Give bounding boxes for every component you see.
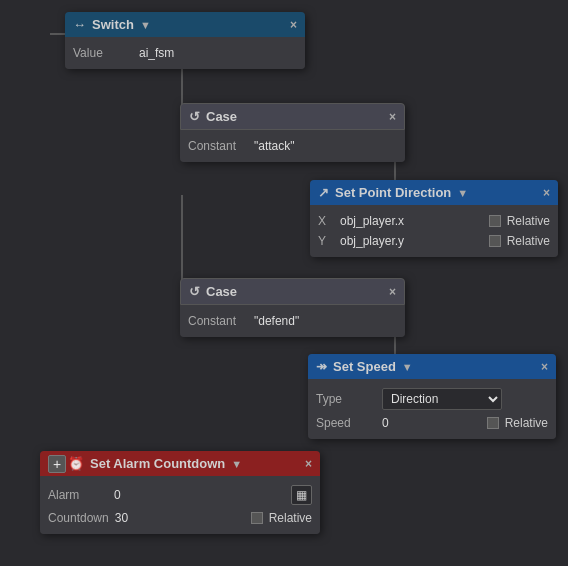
case2-icon: ↺ (189, 284, 200, 299)
ss-header[interactable]: ↠ Set Speed ▼ × (308, 354, 556, 379)
spd-x-value: obj_player.x (340, 214, 483, 228)
alarm-body: Alarm 0 ▦ Countdown 30 Relative (40, 476, 320, 534)
switch-value: ai_fsm (139, 46, 174, 60)
case1-icon: ↺ (189, 109, 200, 124)
ss-type-select[interactable]: Direction (382, 388, 502, 410)
switch-arrow[interactable]: ▼ (140, 19, 151, 31)
case1-constant-value: "attack" (254, 139, 295, 153)
spd-y-label: Y (318, 234, 334, 248)
switch-value-label: Value (73, 46, 133, 60)
spd-arrow[interactable]: ▼ (457, 187, 468, 199)
spd-title: Set Point Direction (335, 185, 451, 200)
spd-y-row: Y obj_player.y Relative (318, 231, 550, 251)
ss-close[interactable]: × (541, 361, 548, 373)
spd-y-relative: Relative (507, 234, 550, 248)
alarm-countdown-relative: Relative (269, 511, 312, 525)
spd-x-relative: Relative (507, 214, 550, 228)
spd-icon: ↗ (318, 185, 329, 200)
case2-constant-label: Constant (188, 314, 248, 328)
switch-header[interactable]: ↔ Switch ▼ × (65, 12, 305, 37)
set-speed-node: ↠ Set Speed ▼ × Type Direction Speed 0 R… (308, 354, 556, 439)
case1-constant-label: Constant (188, 139, 248, 153)
case2-constant-row: Constant "defend" (188, 311, 397, 331)
ss-speed-label: Speed (316, 416, 376, 430)
switch-icon: ↔ (73, 17, 86, 32)
alarm-countdown-row: Countdown 30 Relative (48, 508, 312, 528)
spd-y-value: obj_player.y (340, 234, 483, 248)
ss-type-row: Type Direction (316, 385, 548, 413)
alarm-title: Set Alarm Countdown (90, 456, 225, 471)
alarm-alarm-label: Alarm (48, 488, 108, 502)
alarm-alarm-row: Alarm 0 ▦ (48, 482, 312, 508)
spd-body: X obj_player.x Relative Y obj_player.y R… (310, 205, 558, 257)
alarm-alarm-value: 0 (114, 488, 285, 502)
ss-speed-checkbox[interactable] (487, 417, 499, 429)
alarm-countdown-label: Countdown (48, 511, 109, 525)
case2-body: Constant "defend" (180, 305, 405, 337)
case2-close[interactable]: × (389, 286, 396, 298)
spd-y-checkbox[interactable] (489, 235, 501, 247)
alarm-node: + ⏰ Set Alarm Countdown ▼ × Alarm 0 ▦ Co… (40, 451, 320, 534)
ss-type-label: Type (316, 392, 376, 406)
case1-title: Case (206, 109, 237, 124)
ss-icon: ↠ (316, 359, 327, 374)
ss-body: Type Direction Speed 0 Relative (308, 379, 556, 439)
alarm-countdown-checkbox[interactable] (251, 512, 263, 524)
alarm-header[interactable]: ⏰ Set Alarm Countdown ▼ × (40, 451, 320, 476)
ss-title: Set Speed (333, 359, 396, 374)
case2-title: Case (206, 284, 237, 299)
switch-close[interactable]: × (290, 19, 297, 31)
case1-header[interactable]: ↺ Case × (180, 103, 405, 130)
case2-header[interactable]: ↺ Case × (180, 278, 405, 305)
alarm-arrow[interactable]: ▼ (231, 458, 242, 470)
switch-node: ↔ Switch ▼ × Value ai_fsm (65, 12, 305, 69)
alarm-plus-btn[interactable]: + (48, 455, 66, 473)
spd-close[interactable]: × (543, 187, 550, 199)
case1-close[interactable]: × (389, 111, 396, 123)
case1-node: ↺ Case × Constant "attack" (180, 103, 405, 162)
spd-header[interactable]: ↗ Set Point Direction ▼ × (310, 180, 558, 205)
ss-speed-row: Speed 0 Relative (316, 413, 548, 433)
spd-x-row: X obj_player.x Relative (318, 211, 550, 231)
alarm-countdown-value: 30 (115, 511, 245, 525)
spd-x-label: X (318, 214, 334, 228)
alarm-edit-btn[interactable]: ▦ (291, 485, 312, 505)
ss-arrow[interactable]: ▼ (402, 361, 413, 373)
switch-body: Value ai_fsm (65, 37, 305, 69)
spd-x-checkbox[interactable] (489, 215, 501, 227)
ss-speed-value: 0 (382, 416, 481, 430)
switch-value-row: Value ai_fsm (73, 43, 297, 63)
alarm-icon: ⏰ (68, 456, 84, 471)
case2-constant-value: "defend" (254, 314, 299, 328)
case2-node: ↺ Case × Constant "defend" (180, 278, 405, 337)
ss-speed-relative: Relative (505, 416, 548, 430)
case1-constant-row: Constant "attack" (188, 136, 397, 156)
alarm-close[interactable]: × (305, 458, 312, 470)
switch-title: Switch (92, 17, 134, 32)
case1-body: Constant "attack" (180, 130, 405, 162)
set-point-direction-node: ↗ Set Point Direction ▼ × X obj_player.x… (310, 180, 558, 257)
